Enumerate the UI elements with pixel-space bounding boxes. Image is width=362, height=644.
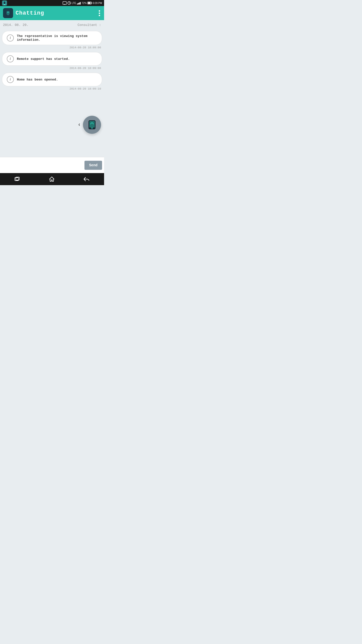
app-bar: Chatting	[0, 6, 104, 20]
status-bar: LTE 72% 6:09 PM	[0, 0, 104, 6]
menu-dot-1	[99, 10, 100, 12]
svg-rect-13	[88, 2, 90, 4]
fab-arrow-icon[interactable]: ‹	[78, 122, 81, 128]
message-timestamp: 2014-08-20 18:09:06	[2, 46, 102, 49]
battery-percent: 72%	[82, 2, 87, 5]
svg-point-2	[4, 4, 5, 5]
fab-button[interactable]	[83, 116, 101, 134]
svg-rect-19	[89, 121, 95, 128]
info-icon: i	[7, 34, 14, 42]
message-text: The representative is viewing system inf…	[17, 34, 97, 42]
chat-date: 2014. 08. 20.	[3, 23, 28, 27]
back-button[interactable]	[83, 177, 89, 181]
svg-point-20	[92, 128, 93, 129]
message-item: i The representative is viewing system i…	[2, 31, 102, 49]
message-bubble: i Remote support has started.	[2, 52, 102, 66]
svg-point-17	[8, 15, 9, 15]
send-button[interactable]: Send	[84, 161, 102, 170]
status-icons: LTE 72% 6:09 PM	[63, 1, 102, 5]
menu-dot-3	[99, 15, 100, 16]
svg-rect-1	[4, 2, 6, 4]
status-time: 6:09 PM	[93, 2, 102, 5]
overflow-menu-button[interactable]	[98, 9, 101, 17]
svg-rect-9	[78, 3, 79, 5]
date-row: 2014. 08. 20. Consultant :	[2, 23, 102, 27]
fab-area: ‹	[78, 116, 101, 134]
info-icon: i	[7, 55, 14, 62]
navigation-bar	[0, 173, 104, 185]
chat-area: 2014. 08. 20. Consultant : i The represe…	[0, 20, 104, 157]
lte-indicator: LTE	[72, 2, 76, 5]
svg-rect-10	[79, 3, 80, 5]
app-logo	[3, 8, 13, 18]
message-item: i Home has been opened. 2014-08-20 18:09…	[2, 73, 102, 90]
svg-rect-8	[77, 4, 78, 5]
svg-line-7	[69, 3, 70, 3]
svg-rect-14	[92, 3, 92, 4]
message-timestamp: 2014-08-20 18:09:06	[2, 67, 102, 70]
svg-rect-4	[64, 4, 65, 5]
menu-dot-2	[99, 13, 100, 14]
message-input[interactable]	[2, 161, 84, 169]
message-text: Home has been opened.	[17, 78, 58, 82]
message-bubble: i The representative is viewing system i…	[2, 31, 102, 45]
status-app-icon	[2, 1, 7, 6]
recents-button[interactable]	[15, 177, 20, 181]
info-icon: i	[7, 76, 14, 83]
input-area: Send	[0, 157, 104, 173]
consultant-label: Consultant :	[77, 23, 101, 27]
message-text: Remote support has started.	[17, 57, 70, 61]
message-item: i Remote support has started. 2014-08-20…	[2, 52, 102, 70]
app-bar-title: Chatting	[16, 10, 98, 16]
message-bubble: i Home has been opened.	[2, 73, 102, 86]
home-button[interactable]	[49, 176, 55, 182]
message-timestamp: 2014-08-20 18:09:10	[2, 87, 102, 90]
svg-rect-11	[80, 2, 81, 5]
